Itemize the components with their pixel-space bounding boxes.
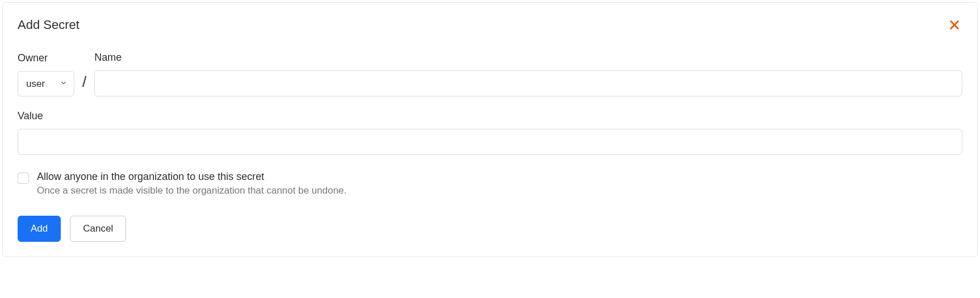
allow-org-row: Allow anyone in the organization to use … — [18, 171, 962, 196]
name-label: Name — [94, 52, 962, 64]
allow-org-checkbox[interactable] — [18, 173, 29, 184]
owner-select-wrap: user — [18, 71, 74, 96]
allow-org-text: Allow anyone in the organization to use … — [37, 171, 346, 196]
owner-select[interactable]: user — [18, 71, 74, 96]
panel-header: Add Secret — [18, 18, 962, 33]
add-secret-panel: Add Secret Owner user / Name Valu — [2, 2, 978, 257]
name-field-group: Name — [94, 52, 962, 96]
add-button[interactable]: Add — [18, 216, 61, 242]
owner-label: Owner — [18, 52, 74, 64]
close-button[interactable] — [947, 18, 962, 33]
allow-org-label: Allow anyone in the organization to use … — [37, 171, 346, 183]
owner-field-group: Owner user — [18, 52, 74, 96]
owner-name-row: Owner user / Name — [18, 52, 962, 96]
value-label: Value — [18, 110, 962, 122]
owner-name-separator: / — [82, 73, 86, 96]
button-row: Add Cancel — [18, 216, 962, 242]
cancel-button[interactable]: Cancel — [70, 216, 126, 242]
value-input[interactable] — [18, 129, 962, 155]
close-icon — [948, 19, 961, 33]
panel-title: Add Secret — [18, 18, 79, 32]
allow-org-help: Once a secret is made visible to the org… — [37, 185, 346, 196]
name-input[interactable] — [94, 70, 962, 96]
value-field-group: Value — [18, 110, 962, 155]
